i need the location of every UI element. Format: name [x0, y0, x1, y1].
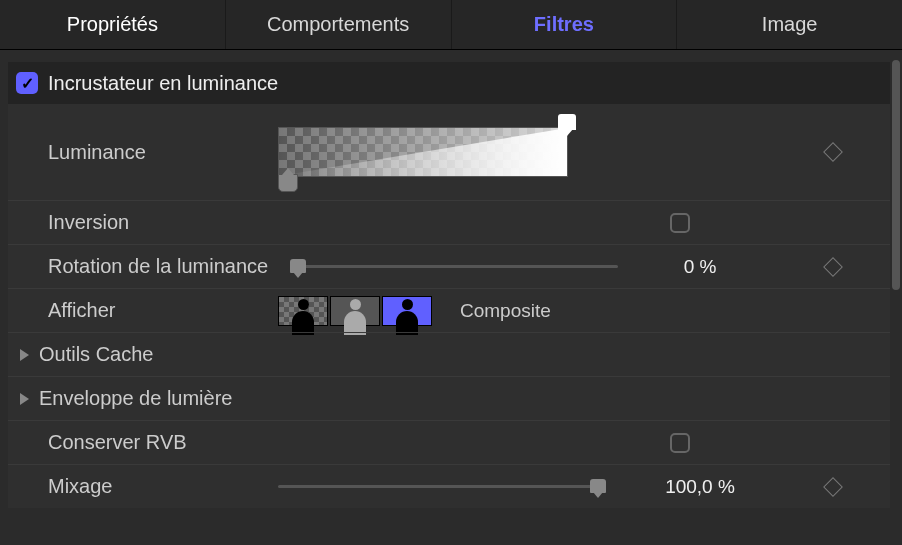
label-light-wrap: Enveloppe de lumière	[39, 387, 269, 410]
filter-section-header: ✓ Incrustateur en luminance	[8, 62, 890, 104]
keyframe-diamond-icon[interactable]	[823, 477, 843, 497]
luma-rolloff-value[interactable]: 0 %	[650, 256, 750, 278]
luminance-handle-top[interactable]	[558, 114, 576, 130]
inspector-tabs: Propriétés Comportements Filtres Image	[0, 0, 902, 50]
mix-value[interactable]: 100,0 %	[650, 476, 750, 498]
luminance-handle-bottom[interactable]	[278, 174, 298, 192]
row-luma-rolloff: Rotation de la luminance 0 %	[8, 244, 890, 288]
filter-enable-checkbox[interactable]: ✓	[16, 72, 38, 94]
mix-slider[interactable]	[278, 485, 598, 488]
luma-rolloff-slider[interactable]	[298, 265, 618, 268]
disclosure-triangle-icon	[20, 349, 29, 361]
label-preserve-rgb: Conserver RVB	[48, 431, 278, 454]
luminance-gradient[interactable]	[278, 127, 568, 177]
filters-body: ✓ Incrustateur en luminance Luminance	[0, 50, 902, 545]
row-mix: Mixage 100,0 %	[8, 464, 890, 508]
label-mix: Mixage	[48, 475, 278, 498]
view-mode-matte[interactable]	[330, 296, 380, 326]
label-invert: Inversion	[48, 211, 278, 234]
row-preserve-rgb: Conserver RVB	[8, 420, 890, 464]
keyframe-diamond-icon[interactable]	[823, 257, 843, 277]
row-invert: Inversion	[8, 200, 890, 244]
parameter-rows: Luminance Inversion Rotation d	[8, 104, 890, 508]
view-mode-composite[interactable]	[382, 296, 432, 326]
label-view: Afficher	[48, 299, 278, 322]
row-luminance: Luminance	[8, 104, 890, 200]
label-luminance: Luminance	[48, 141, 278, 164]
disclosure-triangle-icon	[20, 393, 29, 405]
view-value[interactable]: Composite	[460, 300, 551, 322]
slider-thumb[interactable]	[590, 479, 606, 493]
slider-thumb[interactable]	[290, 259, 306, 273]
row-matte-tools[interactable]: Outils Cache	[8, 332, 890, 376]
scrollbar[interactable]	[892, 60, 900, 290]
preserve-rgb-checkbox[interactable]	[670, 433, 690, 453]
invert-checkbox[interactable]	[670, 213, 690, 233]
tab-image[interactable]: Image	[677, 0, 902, 49]
view-mode-source[interactable]	[278, 296, 328, 326]
filter-title: Incrustateur en luminance	[48, 72, 278, 95]
check-icon: ✓	[21, 74, 34, 93]
tab-properties[interactable]: Propriétés	[0, 0, 226, 49]
row-light-wrap[interactable]: Enveloppe de lumière	[8, 376, 890, 420]
label-matte-tools: Outils Cache	[39, 343, 269, 366]
view-mode-buttons	[278, 296, 432, 326]
row-view: Afficher Composite	[8, 288, 890, 332]
tab-filters[interactable]: Filtres	[452, 0, 678, 49]
label-luma-rolloff: Rotation de la luminance	[48, 255, 298, 278]
tab-behaviors[interactable]: Comportements	[226, 0, 452, 49]
